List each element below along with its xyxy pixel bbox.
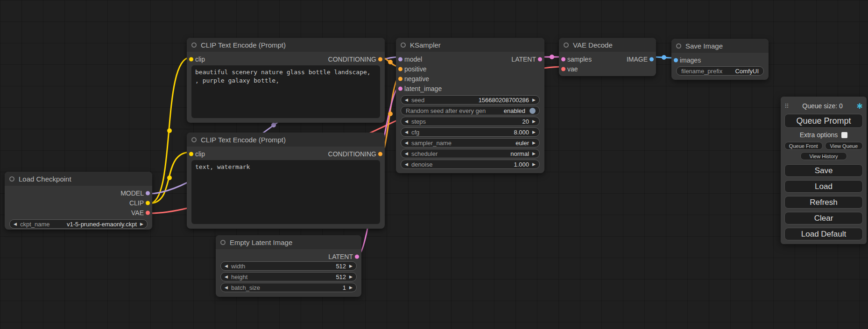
collapse-dot-icon[interactable]: [220, 240, 226, 245]
clip-output-slot[interactable]: [146, 201, 150, 205]
latent-image-input-slot[interactable]: [398, 86, 402, 91]
comfyui-canvas[interactable]: { "colors": { "model": "#B39DDB", "clip"…: [0, 0, 868, 329]
slot-row-vae: vae: [559, 64, 656, 74]
latent-output-slot[interactable]: [355, 254, 359, 259]
samples-input-slot[interactable]: [561, 57, 565, 61]
seed-widget[interactable]: seed 156680208700286: [401, 95, 540, 105]
decrement-arrow-icon[interactable]: [225, 264, 228, 268]
output-row-model: MODEL: [5, 188, 152, 198]
images-input-label: images: [680, 56, 701, 64]
conditioning-output-slot[interactable]: [378, 152, 382, 156]
denoise-widget[interactable]: denoise 1.000: [401, 160, 540, 169]
clip-input-slot[interactable]: [189, 152, 193, 156]
model-output-slot[interactable]: [146, 191, 150, 195]
load-default-button[interactable]: Load Default: [784, 228, 863, 240]
node-clip-text-encode-positive[interactable]: CLIP Text Encode (Prompt) clip CONDITION…: [187, 38, 385, 123]
node-title-bar[interactable]: Load Checkpoint: [5, 172, 152, 186]
model-input-slot[interactable]: [398, 57, 402, 61]
latent-output-slot[interactable]: [538, 57, 542, 61]
prev-value-arrow-icon[interactable]: [405, 152, 408, 156]
node-title-bar[interactable]: VAE Decode: [559, 38, 656, 52]
increment-arrow-icon[interactable]: [532, 119, 536, 124]
settings-gear-icon[interactable]: ✱: [857, 102, 863, 111]
collapse-dot-icon[interactable]: [401, 42, 406, 48]
node-vae-decode[interactable]: VAE Decode samples IMAGE vae: [559, 38, 656, 76]
widget-value: ComfyUI: [735, 68, 759, 75]
steps-widget[interactable]: steps 20: [401, 117, 540, 126]
node-title-bar[interactable]: Save Image: [671, 39, 769, 53]
decrement-arrow-icon[interactable]: [225, 275, 228, 279]
batch-size-widget[interactable]: batch_size 1: [220, 283, 357, 292]
queue-prompt-button[interactable]: Queue Prompt: [784, 114, 863, 128]
prev-value-arrow-icon[interactable]: [405, 141, 408, 145]
image-output-slot[interactable]: [649, 57, 654, 61]
negative-prompt-textarea[interactable]: text, watermark: [191, 160, 380, 224]
width-widget[interactable]: width 512: [220, 261, 357, 271]
queue-size-label: Queue size: 0: [789, 102, 857, 110]
view-queue-button[interactable]: View Queue: [825, 142, 863, 150]
positive-prompt-textarea[interactable]: beautiful scenery nature glass bottle la…: [191, 65, 380, 118]
node-title-bar[interactable]: CLIP Text Encode (Prompt): [187, 133, 385, 147]
node-title: Empty Latent Image: [230, 238, 292, 246]
save-button[interactable]: Save: [784, 164, 863, 177]
node-save-image[interactable]: Save Image images filename_prefix ComfyU…: [671, 39, 769, 80]
output-row-latent: LATENT: [216, 252, 361, 261]
decrement-arrow-icon[interactable]: [405, 162, 408, 167]
sampler-name-widget[interactable]: sampler_name euler: [401, 138, 540, 147]
filename-prefix-widget[interactable]: filename_prefix ComfyUI: [676, 66, 764, 76]
random-seed-toggle-widget[interactable]: Random seed after every gen enabled: [401, 106, 540, 115]
load-button[interactable]: Load: [784, 180, 863, 193]
node-title-bar[interactable]: KSampler: [396, 38, 544, 52]
increment-arrow-icon[interactable]: [532, 98, 536, 102]
collapse-dot-icon[interactable]: [191, 137, 197, 142]
next-value-arrow-icon[interactable]: [140, 222, 143, 226]
collapse-dot-icon[interactable]: [564, 42, 569, 48]
widget-label: ckpt_name: [20, 221, 50, 228]
collapse-dot-icon[interactable]: [9, 176, 14, 182]
conditioning-output-label: CONDITIONING: [328, 56, 376, 63]
next-value-arrow-icon[interactable]: [532, 141, 536, 145]
increment-arrow-icon[interactable]: [349, 275, 353, 279]
refresh-button[interactable]: Refresh: [784, 196, 863, 209]
view-history-button[interactable]: View History: [800, 152, 847, 160]
decrement-arrow-icon[interactable]: [405, 130, 408, 134]
widget-value: 1: [343, 284, 346, 291]
decrement-arrow-icon[interactable]: [405, 119, 408, 124]
images-input-slot[interactable]: [674, 58, 678, 62]
clip-input-slot[interactable]: [189, 57, 193, 61]
node-ksampler[interactable]: KSampler model LATENT positive negative …: [396, 38, 544, 173]
clear-button[interactable]: Clear: [784, 212, 863, 224]
node-load-checkpoint[interactable]: Load Checkpoint MODEL CLIP VAE ckpt_name…: [5, 172, 152, 230]
ckpt-name-widget[interactable]: ckpt_name v1-5-pruned-emaonly.ckpt: [9, 219, 148, 229]
node-title-bar[interactable]: Empty Latent Image: [216, 235, 361, 249]
height-widget[interactable]: height 512: [220, 272, 357, 281]
collapse-dot-icon[interactable]: [676, 43, 681, 49]
conditioning-output-slot[interactable]: [378, 57, 382, 61]
extra-options-checkbox[interactable]: [841, 132, 847, 138]
queue-front-button[interactable]: Queue Front: [784, 142, 823, 150]
decrement-arrow-icon[interactable]: [225, 286, 228, 290]
node-clip-text-encode-negative[interactable]: CLIP Text Encode (Prompt) clip CONDITION…: [187, 133, 385, 229]
next-value-arrow-icon[interactable]: [532, 152, 536, 156]
increment-arrow-icon[interactable]: [349, 264, 353, 268]
slot-row-positive: positive: [396, 64, 544, 74]
vae-input-slot[interactable]: [561, 67, 565, 71]
decrement-arrow-icon[interactable]: [405, 98, 408, 102]
increment-arrow-icon[interactable]: [532, 162, 536, 167]
model-output-label: MODEL: [120, 189, 144, 197]
menu-drag-handle-icon[interactable]: ⠿: [784, 103, 789, 110]
increment-arrow-icon[interactable]: [349, 286, 353, 290]
prev-value-arrow-icon[interactable]: [14, 222, 17, 226]
widget-value: 512: [336, 263, 346, 270]
scheduler-widget[interactable]: scheduler normal: [401, 149, 540, 158]
vae-output-slot[interactable]: [146, 210, 150, 215]
increment-arrow-icon[interactable]: [532, 130, 536, 134]
cfg-widget[interactable]: cfg 8.000: [401, 127, 540, 137]
node-title-bar[interactable]: CLIP Text Encode (Prompt): [187, 38, 385, 52]
negative-input-slot[interactable]: [398, 77, 402, 81]
node-empty-latent-image[interactable]: Empty Latent Image LATENT width 512 heig…: [216, 235, 361, 297]
widget-label: batch_size: [231, 284, 260, 291]
collapse-dot-icon[interactable]: [191, 42, 197, 48]
toggle-knob-icon[interactable]: [529, 108, 536, 114]
positive-input-slot[interactable]: [398, 67, 402, 71]
